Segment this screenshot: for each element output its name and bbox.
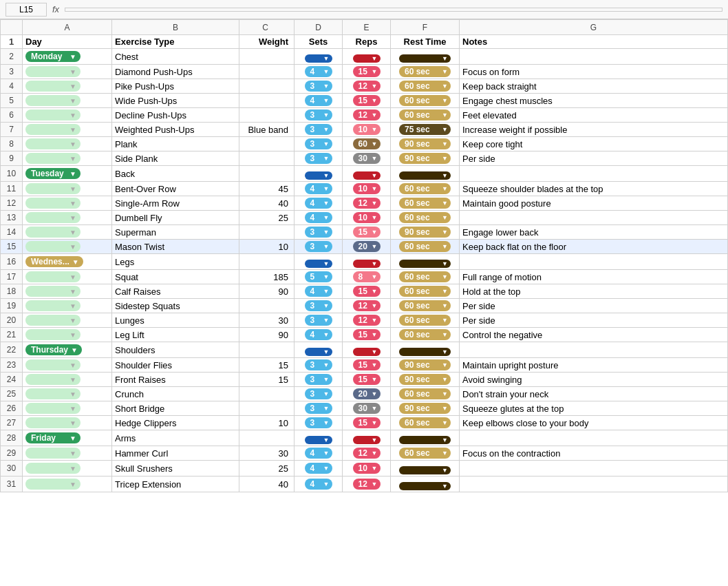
day-empty-pill[interactable]: ▼ xyxy=(25,95,81,106)
rest-pill[interactable]: 60 sec▼ xyxy=(399,329,451,340)
col-header-E[interactable]: E xyxy=(343,20,391,35)
cell-rest-16[interactable]: ▼ xyxy=(391,254,460,270)
cell-sets-31[interactable]: 4▼ xyxy=(295,477,343,492)
day-empty-pill[interactable]: ▼ xyxy=(25,403,81,414)
sets-pill[interactable]: 3▼ xyxy=(305,315,332,326)
rest-pill[interactable]: ▼ xyxy=(399,260,451,268)
reps-pill[interactable]: ▼ xyxy=(353,436,381,444)
cell-day-21[interactable]: ▼ xyxy=(23,328,112,342)
cell-rest-17[interactable]: 60 sec▼ xyxy=(391,270,460,284)
sets-pill[interactable]: 4▼ xyxy=(305,479,332,490)
cell-day-27[interactable]: ▼ xyxy=(23,416,112,430)
cell-sets-6[interactable]: 3▼ xyxy=(295,108,343,123)
sets-pill[interactable]: 3▼ xyxy=(305,138,332,149)
day-pill-thursday[interactable]: Thursday▼ xyxy=(25,344,82,355)
cell-reps-31[interactable]: 12▼ xyxy=(343,477,391,492)
day-pill-friday[interactable]: Friday▼ xyxy=(25,432,81,443)
reps-pill[interactable]: 15▼ xyxy=(353,95,381,106)
rest-pill[interactable]: 75 sec▼ xyxy=(399,124,451,135)
reps-pill[interactable]: 12▼ xyxy=(353,448,381,459)
cell-day-12[interactable]: ▼ xyxy=(23,196,112,211)
cell-day-31[interactable]: ▼ xyxy=(23,477,112,492)
sets-pill[interactable]: ▼ xyxy=(305,171,332,180)
rest-pill[interactable]: ▼ xyxy=(399,466,451,474)
reps-pill[interactable]: 10▼ xyxy=(353,212,381,223)
cell-day-19[interactable]: ▼ xyxy=(23,299,112,313)
reps-pill[interactable]: 30▼ xyxy=(353,403,381,414)
cell-sets-11[interactable]: 4▼ xyxy=(295,182,343,196)
day-empty-pill[interactable]: ▼ xyxy=(25,153,81,164)
cell-rest-19[interactable]: 60 sec▼ xyxy=(391,299,460,313)
day-empty-pill[interactable]: ▼ xyxy=(25,463,81,474)
cell-rest-25[interactable]: 60 sec▼ xyxy=(391,387,460,401)
cell-sets-24[interactable]: 3▼ xyxy=(295,373,343,387)
rest-pill[interactable]: 90 sec▼ xyxy=(399,359,451,370)
sets-pill[interactable]: 4▼ xyxy=(305,95,332,106)
cell-day-10[interactable]: Tuesday▼ xyxy=(23,166,112,182)
cell-reps-7[interactable]: 10▼ xyxy=(343,123,391,137)
reps-pill[interactable]: 10▼ xyxy=(353,183,381,194)
sets-pill[interactable]: 3▼ xyxy=(305,359,332,370)
sets-pill[interactable]: 3▼ xyxy=(305,227,332,238)
rest-pill[interactable]: ▼ xyxy=(399,436,451,444)
reps-pill[interactable]: 12▼ xyxy=(353,81,381,92)
sets-pill[interactable]: 3▼ xyxy=(305,81,332,92)
day-empty-pill[interactable]: ▼ xyxy=(25,329,81,340)
cell-day-17[interactable]: ▼ xyxy=(23,270,112,284)
sets-pill[interactable]: ▼ xyxy=(305,54,332,63)
rest-pill[interactable]: 60 sec▼ xyxy=(399,388,451,399)
cell-reps-3[interactable]: 15▼ xyxy=(343,65,391,79)
cell-day-24[interactable]: ▼ xyxy=(23,373,112,387)
rest-pill[interactable]: ▼ xyxy=(399,54,451,63)
cell-rest-20[interactable]: 60 sec▼ xyxy=(391,313,460,328)
cell-rest-9[interactable]: 90 sec▼ xyxy=(391,151,460,166)
sets-pill[interactable]: ▼ xyxy=(305,436,332,444)
sets-pill[interactable]: 3▼ xyxy=(305,109,332,121)
reps-pill[interactable]: 20▼ xyxy=(353,388,381,399)
cell-sets-28[interactable]: ▼ xyxy=(295,430,343,446)
cell-day-28[interactable]: Friday▼ xyxy=(23,430,112,446)
cell-day-20[interactable]: ▼ xyxy=(23,313,112,328)
sets-pill[interactable]: 3▼ xyxy=(305,388,332,399)
cell-day-9[interactable]: ▼ xyxy=(23,151,112,166)
cell-rest-3[interactable]: 60 sec▼ xyxy=(391,65,460,79)
day-pill-tuesday[interactable]: Tuesday▼ xyxy=(25,168,81,179)
reps-pill[interactable]: 15▼ xyxy=(353,66,381,77)
cell-rest-18[interactable]: 60 sec▼ xyxy=(391,284,460,299)
sets-pill[interactable]: 4▼ xyxy=(305,448,332,459)
day-empty-pill[interactable]: ▼ xyxy=(25,198,81,209)
rest-pill[interactable]: 60 sec▼ xyxy=(399,198,451,209)
cell-sets-7[interactable]: 3▼ xyxy=(295,123,343,137)
cell-rest-21[interactable]: 60 sec▼ xyxy=(391,328,460,342)
cell-rest-27[interactable]: 60 sec▼ xyxy=(391,416,460,430)
rest-pill[interactable]: 60 sec▼ xyxy=(399,95,451,106)
cell-reps-28[interactable]: ▼ xyxy=(343,430,391,446)
cell-sets-17[interactable]: 5▼ xyxy=(295,270,343,284)
rest-pill[interactable]: 90 sec▼ xyxy=(399,227,451,238)
sets-pill[interactable]: 3▼ xyxy=(305,241,332,252)
sets-pill[interactable]: 3▼ xyxy=(305,300,332,311)
sets-pill[interactable]: 3▼ xyxy=(305,374,332,385)
cell-rest-23[interactable]: 90 sec▼ xyxy=(391,358,460,373)
cell-day-6[interactable]: ▼ xyxy=(23,108,112,123)
day-empty-pill[interactable]: ▼ xyxy=(25,66,81,77)
cell-rest-2[interactable]: ▼ xyxy=(391,49,460,65)
rest-pill[interactable]: 60 sec▼ xyxy=(399,300,451,311)
cell-rest-30[interactable]: ▼ xyxy=(391,461,460,477)
cell-sets-22[interactable]: ▼ xyxy=(295,342,343,358)
cell-reps-16[interactable]: ▼ xyxy=(343,254,391,270)
cell-reference[interactable]: L15 xyxy=(6,3,47,17)
cell-day-15[interactable]: ▼ xyxy=(23,240,112,254)
sets-pill[interactable]: 4▼ xyxy=(305,198,332,209)
rest-pill[interactable]: 60 sec▼ xyxy=(399,66,451,77)
day-pill-wednes[interactable]: Wednes...▼ xyxy=(25,256,83,267)
cell-day-4[interactable]: ▼ xyxy=(23,79,112,94)
cell-sets-21[interactable]: 4▼ xyxy=(295,328,343,342)
cell-sets-15[interactable]: 3▼ xyxy=(295,240,343,254)
col-header-C[interactable]: C xyxy=(239,20,295,35)
cell-sets-14[interactable]: 3▼ xyxy=(295,225,343,240)
cell-reps-4[interactable]: 12▼ xyxy=(343,79,391,94)
cell-reps-6[interactable]: 12▼ xyxy=(343,108,391,123)
cell-rest-15[interactable]: 60 sec▼ xyxy=(391,240,460,254)
cell-rest-12[interactable]: 60 sec▼ xyxy=(391,196,460,211)
